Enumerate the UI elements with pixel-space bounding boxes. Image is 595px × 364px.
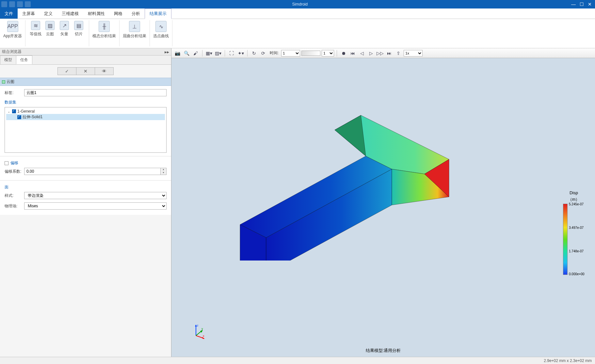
offset-title: 偏移: [10, 160, 18, 166]
menu-material[interactable]: 材料属性: [83, 8, 109, 19]
svg-text:y: y: [201, 327, 203, 330]
physics-label: 物理场:: [5, 203, 24, 209]
speed-select[interactable]: 1x: [404, 50, 423, 56]
model-svg: [233, 97, 495, 261]
svg-line-13: [196, 331, 201, 336]
curve-icon: ∿: [155, 21, 167, 32]
vector-icon: ↗: [60, 21, 69, 30]
checkbox-root[interactable]: [12, 109, 16, 113]
close-button[interactable]: ✕: [588, 2, 592, 7]
slice-icon: ▤: [74, 21, 83, 30]
qat-save-icon[interactable]: [9, 1, 15, 7]
colorbar-tick-3: 0.000e+00: [569, 272, 585, 276]
refresh-icon[interactable]: ↻: [250, 50, 258, 57]
action-row: ✓ ✕ 👁: [0, 65, 171, 78]
main-area: 组合浏览器 ▸▸ 模型 任务 ✓ ✕ 👁 云图 标签: 数据集 ⌄: [0, 48, 595, 357]
next-icon[interactable]: ▷▷: [376, 50, 384, 57]
quick-access-toolbar: [1, 1, 31, 7]
spin-up[interactable]: ▲: [161, 168, 166, 171]
skip-start-icon[interactable]: ⏮: [349, 50, 357, 57]
cloud-section-icon: [2, 80, 5, 84]
offset-coef-label: 偏移系数:: [5, 169, 24, 174]
minimize-button[interactable]: —: [571, 2, 576, 7]
style-select[interactable]: 带边渲染: [24, 192, 167, 199]
contour-icon: ≋: [31, 21, 40, 30]
cube-icon[interactable]: ▦▾: [205, 50, 213, 57]
buckle-icon: ⊥: [129, 21, 140, 32]
sync-icon[interactable]: ⟳: [259, 50, 267, 57]
skip-end-icon[interactable]: ⏭: [385, 50, 393, 57]
preview-button[interactable]: 👁: [95, 67, 114, 75]
axes-icon[interactable]: ✦▾: [237, 50, 245, 57]
colorbar-title1: Disp: [562, 190, 585, 195]
app-icon: APP: [7, 21, 18, 32]
canvas-3d[interactable]: z x y Disp （m） 5.245e-07 3.497e-07 1.748…: [171, 58, 595, 357]
menu-bar: 文件 主屏幕 定义 三维建模 材料属性 网格 分析 结果展示: [0, 8, 595, 19]
checkbox-child[interactable]: [17, 115, 21, 119]
modal-icon: ╫: [99, 21, 110, 32]
menu-results[interactable]: 结果展示: [145, 8, 171, 19]
play-icon[interactable]: ▷: [367, 50, 375, 57]
qat-undo-icon[interactable]: [17, 1, 23, 7]
colorbar-title2: （m）: [562, 197, 585, 202]
tree-child[interactable]: 拉伸-Solid1: [6, 114, 165, 120]
ribbon-contour[interactable]: ≋ 等值线: [29, 21, 42, 37]
record-icon[interactable]: ⏺: [340, 50, 347, 57]
menu-analysis[interactable]: 分析: [127, 8, 145, 19]
dataset-tree[interactable]: ⌄ 1-General 拉伸-Solid1: [5, 107, 167, 153]
tab-model[interactable]: 模型: [0, 55, 16, 64]
surface-title: 面: [5, 184, 167, 190]
ribbon-modal[interactable]: ╫ 模态分析结果: [92, 21, 116, 39]
confirm-button[interactable]: ✓: [57, 67, 76, 75]
tree-root[interactable]: ⌄ 1-General: [6, 109, 165, 114]
maximize-button[interactable]: ☐: [580, 2, 584, 7]
menu-main-screen[interactable]: 主屏幕: [18, 8, 40, 19]
camera-icon[interactable]: 📷: [173, 50, 181, 57]
status-bar: 2.9e+02 mm x 2.3e+02 mm: [0, 357, 595, 364]
frame-select[interactable]: 1: [322, 50, 334, 56]
svg-marker-6: [335, 115, 366, 156]
spin-down[interactable]: ▼: [161, 171, 166, 175]
menu-file[interactable]: 文件: [0, 8, 18, 19]
color-cube-icon[interactable]: ▨▾: [214, 50, 222, 57]
prev-icon[interactable]: ◁: [358, 50, 366, 57]
svg-line-10: [196, 336, 203, 338]
app-title: Simdroid: [31, 2, 569, 7]
side-panel: 组合浏览器 ▸▸ 模型 任务 ✓ ✕ 👁 云图 标签: 数据集 ⌄: [0, 48, 171, 357]
cancel-button[interactable]: ✕: [76, 67, 95, 75]
menu-define[interactable]: 定义: [40, 8, 57, 19]
brush-icon[interactable]: 🖌: [192, 50, 200, 57]
section-cloud-header: 云图: [0, 78, 171, 86]
ribbon-app-dev[interactable]: APP App开发器: [3, 21, 22, 39]
ribbon-slice[interactable]: ▤ 切片: [72, 21, 86, 37]
tab-task[interactable]: 任务: [16, 55, 32, 64]
export-icon[interactable]: ⇪: [394, 50, 402, 57]
menu-mesh[interactable]: 网格: [109, 8, 127, 19]
ribbon-cloud[interactable]: ▨ 云图: [43, 21, 57, 37]
ribbon: APP App开发器 ≋ 等值线 ▨ 云图 ↗ 矢量 ▤ 切片 ╫: [0, 19, 595, 48]
window-controls: — ☐ ✕: [569, 2, 594, 7]
colorbar-tick-2: 1.748e-07: [569, 249, 584, 253]
svg-text:z: z: [197, 324, 199, 327]
fit-icon[interactable]: ⛶: [228, 50, 235, 57]
ribbon-curve[interactable]: ∿ 选点曲线: [153, 21, 169, 39]
tag-input[interactable]: [24, 89, 167, 96]
qat-new-icon[interactable]: [1, 1, 7, 7]
panel-tabs: 模型 任务: [0, 55, 171, 65]
cloud-icon: ▨: [45, 21, 55, 30]
physics-select[interactable]: Mises: [24, 202, 167, 210]
svg-marker-14: [200, 330, 203, 333]
caret-icon[interactable]: ⌄: [7, 110, 11, 113]
offset-checkbox[interactable]: [5, 161, 8, 165]
offset-coef-input[interactable]: [24, 168, 161, 175]
time-select[interactable]: 1: [281, 50, 300, 56]
panel-expand-icon[interactable]: ▸▸: [165, 49, 169, 55]
ribbon-vector[interactable]: ↗ 矢量: [57, 21, 71, 37]
zoom-icon[interactable]: 🔍: [183, 50, 190, 57]
ribbon-buckle[interactable]: ⊥ 屈曲分析结果: [123, 21, 146, 39]
colorbar: Disp （m） 5.245e-07 3.497e-07 1.748e-07 0…: [562, 190, 585, 275]
qat-redo-icon[interactable]: [25, 1, 31, 7]
title-bar: Simdroid — ☐ ✕: [0, 0, 595, 8]
time-slider[interactable]: [301, 51, 320, 56]
menu-3d-model[interactable]: 三维建模: [57, 8, 83, 19]
